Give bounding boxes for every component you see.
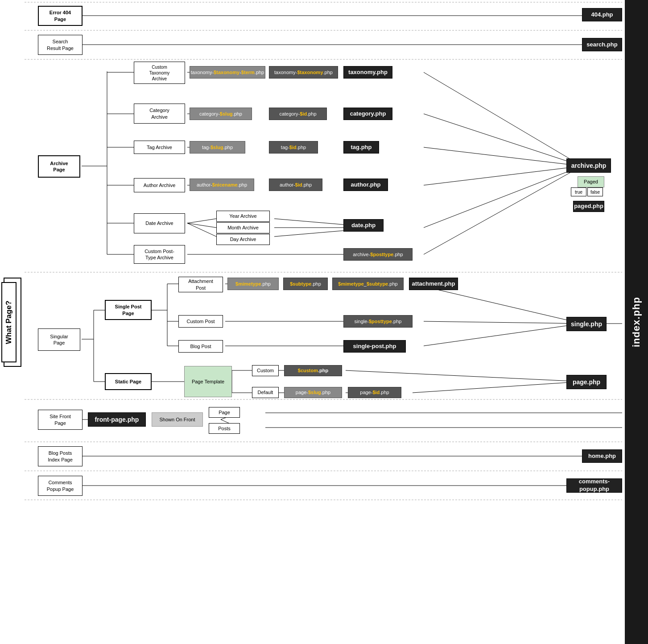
shown-on-front-label: Shown On Front — [159, 416, 195, 423]
author-archive-label: Author Archive — [144, 182, 176, 188]
author-archive-box: Author Archive — [134, 178, 185, 192]
single-posttype-php-label: single-$posttype.php — [355, 318, 402, 324]
error-404-label: Error 404Page — [50, 9, 71, 22]
svg-line-16 — [424, 72, 582, 166]
archive-posttype-php: archive-$posttype.php — [343, 248, 413, 261]
taxonomy-php: taxonomy.php — [343, 66, 392, 79]
archive-page-box: ArchivePage — [38, 155, 80, 178]
svg-line-21 — [424, 114, 582, 166]
custom-option-label: Custom — [257, 367, 274, 374]
category-archive-label: CategoryArchive — [149, 107, 169, 120]
what-page-sidebar: What Page? — [1, 282, 17, 362]
archive-php-label: archive.php — [571, 162, 607, 170]
taxonomy-php-label: taxonomy.php — [348, 69, 388, 76]
date-php-label: date.php — [351, 222, 376, 229]
tag-id-php-label: tag-$id.php — [281, 144, 306, 150]
paged-box: Paged — [578, 176, 604, 187]
day-archive-box: Day Archive — [216, 234, 270, 245]
svg-line-42 — [424, 166, 582, 254]
page-template-box: Page Template — [184, 366, 232, 397]
site-front-page-label: Site FrontPage — [50, 413, 71, 426]
svg-line-33 — [187, 219, 216, 223]
month-archive-label: Month Archive — [227, 224, 259, 231]
error-404-php-label: 404.php — [591, 11, 613, 19]
date-archive-label: Date Archive — [145, 220, 173, 226]
tag-archive-box: Tag Archive — [134, 141, 185, 154]
search-result-label: SearchResult Page — [47, 38, 74, 51]
site-front-page-box: Site FrontPage — [38, 410, 83, 430]
search-result-box: SearchResult Page — [38, 35, 83, 55]
paged-label: Paged — [584, 179, 598, 185]
author-id-php: author-$id.php — [269, 179, 322, 191]
mimetype-subtype-php: $mimetype_$subtype.php — [332, 278, 404, 290]
tag-id-php: tag-$id.php — [269, 141, 318, 154]
page-id-php: page-$id.php — [348, 387, 401, 398]
taxonomy-tax-php-label: taxonomy-$taxonomy.php — [274, 69, 333, 75]
subtype-php: $subtype.php — [283, 278, 328, 290]
mimetype-php: $mimetype.php — [227, 278, 279, 290]
category-archive-box: CategoryArchive — [134, 104, 185, 124]
month-archive-box: Month Archive — [216, 222, 270, 233]
category-slug-php-label: category-$slug.php — [199, 111, 242, 117]
mimetype-php-label: $mimetype.php — [235, 281, 271, 287]
comments-popup-php: comments-popup.php — [566, 478, 622, 493]
tag-slug-php: tag-$slug.php — [190, 141, 245, 154]
attachment-post-box: AttachmentPost — [178, 277, 223, 292]
paged-false-box: false — [587, 187, 603, 196]
paged-true-label: true — [575, 189, 582, 195]
front-page-php-label: front-page.php — [95, 415, 139, 424]
category-php: category.php — [343, 108, 392, 120]
taxonomy-tax-php: taxonomy-$taxonomy.php — [269, 66, 338, 79]
single-post-php-label: single-post.php — [353, 343, 396, 350]
attachment-post-label: AttachmentPost — [188, 278, 213, 291]
single-post-page-box: Single PostPage — [105, 300, 152, 320]
custom-php-box: $custom.php — [284, 365, 342, 376]
main-container: What Page? index.php — [0, 0, 648, 644]
comments-popup-php-label: comments-popup.php — [579, 478, 610, 493]
home-php: home.php — [582, 449, 622, 463]
custom-post-box: Custom Post — [178, 315, 223, 328]
custom-taxonomy-box: CustomTaxonomyArchive — [134, 62, 185, 84]
single-posttype-php: single-$posttype.php — [343, 315, 413, 328]
year-archive-box: Year Archive — [216, 211, 270, 222]
category-slug-php: category-$slug.php — [190, 108, 252, 120]
archive-php: archive.php — [566, 158, 611, 173]
mimetype-subtype-php-label: $mimetype_$subtype.php — [338, 281, 397, 287]
svg-line-34 — [187, 223, 216, 228]
paged-php-label: paged.php — [574, 203, 603, 210]
svg-line-70 — [413, 382, 582, 393]
posts-option-label: Posts — [218, 425, 231, 432]
single-post-php: single-post.php — [343, 340, 406, 353]
custom-taxonomy-label: CustomTaxonomyArchive — [149, 64, 170, 82]
static-page-box: Static Page — [105, 373, 152, 390]
attachment-php: attachment.php — [409, 278, 458, 290]
what-page-text: What Page? — [4, 300, 13, 344]
svg-line-35 — [187, 223, 216, 237]
author-php-label: author.php — [351, 181, 380, 189]
custom-post-label: Custom Post — [187, 318, 215, 324]
day-archive-label: Day Archive — [230, 236, 256, 242]
blog-posts-index-label: Blog PostsIndex Page — [48, 450, 73, 463]
index-php-sidebar: index.php — [625, 0, 648, 644]
paged-php: paged.php — [573, 201, 604, 212]
singular-page-box: SingularPage — [38, 328, 80, 351]
tag-php: tag.php — [343, 141, 379, 154]
archive-page-label: ArchivePage — [50, 160, 68, 173]
blog-post-label: Blog Post — [190, 343, 211, 349]
single-php: single.php — [566, 317, 607, 331]
posts-option-box: Posts — [209, 423, 240, 434]
error-404-box: Error 404Page — [38, 6, 83, 26]
subtype-php-label: $subtype.php — [290, 281, 321, 287]
custom-post-type-archive-box: Custom Post-Type Archive — [134, 245, 185, 264]
front-page-php-box: front-page.php — [88, 412, 146, 427]
category-php-label: category.php — [350, 110, 386, 118]
single-php-label: single.php — [571, 320, 602, 328]
tag-archive-label: Tag Archive — [147, 144, 172, 150]
default-option-label: Default — [258, 389, 273, 395]
year-archive-label: Year Archive — [229, 213, 256, 219]
author-id-php-label: author-$id.php — [280, 182, 312, 188]
paged-true-box: true — [571, 187, 586, 196]
page-option-label: Page — [219, 409, 230, 415]
svg-line-67 — [346, 370, 582, 382]
page-template-label: Page Template — [192, 378, 224, 385]
